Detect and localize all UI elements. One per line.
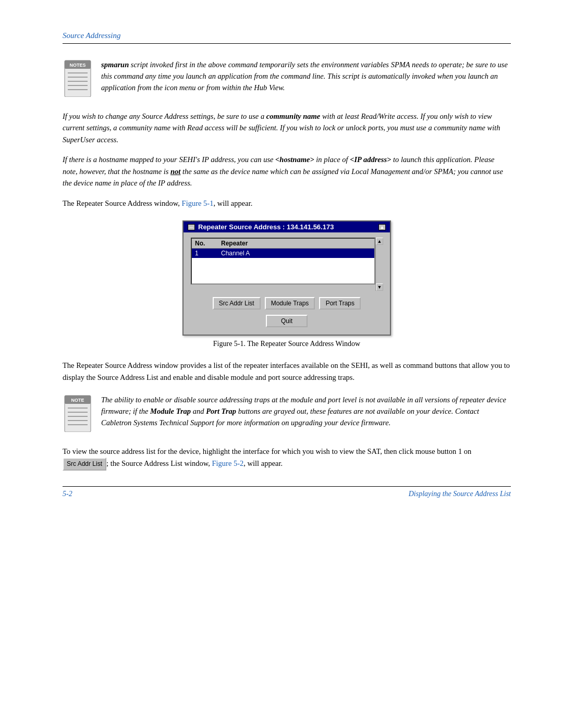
window-outer: ─ Repeater Source Address : 134.141.56.1… — [182, 220, 391, 336]
notes-box-1: NOTES spmarun script invoked first in th… — [63, 59, 511, 99]
window-body: No. Repeater 1 Channel A ▲ ▼ — [183, 232, 390, 335]
para-1: If you wish to change any Source Address… — [63, 110, 511, 145]
svg-text:NOTE: NOTE — [71, 398, 84, 403]
intro-para: The Repeater Source Address window, Figu… — [63, 198, 511, 209]
footer-page-num: 5-2 — [63, 490, 72, 498]
inline-src-addr-btn[interactable]: Src Addr List — [63, 458, 106, 471]
table-header: No. Repeater — [192, 239, 374, 249]
desc-para: The Repeater Source Address window provi… — [63, 360, 511, 383]
figure-5-2-link[interactable]: Figure 5-2 — [212, 459, 243, 467]
repeater-table: No. Repeater 1 Channel A — [191, 238, 375, 285]
col-no: No. — [195, 240, 211, 247]
page-header: Source Addressing — [63, 31, 511, 44]
scrollbar[interactable]: ▲ ▼ — [375, 238, 383, 291]
page-footer: 5-2 Displaying the Source Address List — [63, 486, 511, 498]
row1-repeater: Channel A — [221, 250, 250, 257]
header-title: Source Addressing — [63, 31, 121, 40]
src-addr-list-btn[interactable]: Src Addr List — [213, 297, 261, 310]
notes-text-2: The ability to enable or disable source … — [101, 394, 511, 434]
scroll-up-btn[interactable]: ▲ — [376, 238, 383, 245]
notes-text-1: spmarun script invoked first in the abov… — [101, 59, 511, 99]
window-minimize-btn[interactable]: ─ — [188, 224, 195, 230]
figure-link[interactable]: Figure 5-1 — [182, 199, 214, 207]
scroll-down-btn[interactable]: ▼ — [376, 283, 383, 291]
row1-no: 1 — [195, 250, 211, 257]
window-maximize-btn[interactable]: ▲ — [378, 224, 386, 230]
notes-icon: NOTES — [63, 59, 93, 99]
svg-text:NOTES: NOTES — [69, 63, 85, 68]
window-titlebar: ─ Repeater Source Address : 134.141.56.1… — [183, 221, 390, 232]
port-traps-btn[interactable]: Port Traps — [319, 297, 361, 310]
figure-container: ─ Repeater Source Address : 134.141.56.1… — [63, 220, 511, 348]
quit-btn[interactable]: Quit — [266, 315, 308, 327]
action-buttons-row: Src Addr List Module Traps Port Traps — [191, 297, 383, 310]
figure-caption: Figure 5-1. The Repeater Source Address … — [213, 340, 360, 348]
para-2: If there is a hostname mapped to your SE… — [63, 154, 511, 189]
module-traps-btn[interactable]: Module Traps — [265, 297, 315, 310]
table-row-1[interactable]: 1 Channel A — [192, 249, 374, 258]
quit-row: Quit — [191, 315, 383, 327]
col-repeater: Repeater — [221, 240, 248, 247]
footer-section-title: Displaying the Source Address List — [409, 490, 511, 498]
table-container: No. Repeater 1 Channel A ▲ ▼ — [191, 238, 383, 291]
scroll-thumb[interactable] — [376, 245, 383, 283]
notes-icon-2: NOTE — [63, 394, 93, 434]
final-para: To view the source address list for the … — [63, 446, 511, 470]
notes-box-2: NOTE The ability to enable or disable so… — [63, 394, 511, 434]
window-title: Repeater Source Address : 134.141.56.173 — [198, 223, 334, 231]
